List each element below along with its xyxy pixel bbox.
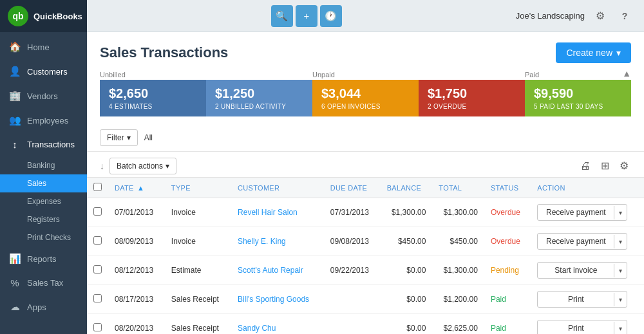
sidebar-item-apps[interactable]: ☁ Apps: [0, 295, 87, 319]
sidebar-item-customers-label: Customers: [27, 67, 68, 77]
print-icon: 🖨: [580, 160, 591, 171]
sidebar-item-customers[interactable]: 👤 Customers: [0, 59, 87, 84]
filter-bar: Filter ▾ All: [87, 124, 644, 152]
row-checkbox-1[interactable]: [87, 227, 108, 256]
row-select-2[interactable]: [93, 265, 102, 274]
row-balance-3: $0.00: [381, 285, 433, 314]
summary-card-paid[interactable]: $9,590 5 PAID LAST 30 DAYS: [525, 80, 631, 116]
row-action-2: Start invoice ▾: [531, 256, 644, 285]
settings-button[interactable]: ⚙: [591, 7, 609, 25]
row-action-arrow-0[interactable]: ▾: [614, 206, 627, 219]
row-balance-2: $0.00: [381, 256, 433, 285]
table-body: 07/01/2013 Invoice Revell Hair Salon 07/…: [87, 198, 644, 335]
row-select-0[interactable]: [93, 207, 102, 216]
home-icon: 🏠: [9, 41, 21, 53]
row-select-3[interactable]: [93, 294, 102, 302]
sidebar-sub-sales[interactable]: Sales: [0, 174, 87, 192]
row-action-dropdown-4: Print ▾: [537, 320, 627, 334]
row-action-arrow-2[interactable]: ▾: [614, 264, 627, 277]
sidebar-sub-print-checks[interactable]: Print Checks: [0, 228, 87, 246]
sidebar-header: qb QuickBooks: [0, 0, 87, 32]
row-action-arrow-1[interactable]: ▾: [614, 235, 627, 248]
batch-arrow-icon: ▾: [166, 162, 169, 171]
row-checkbox-2[interactable]: [87, 256, 108, 285]
row-action-arrow-4[interactable]: ▾: [614, 322, 627, 335]
table-row: 08/20/2013 Sales Receipt Sandy Chu $0.00…: [87, 314, 644, 335]
row-balance-4: $0.00: [381, 314, 433, 335]
summary-card-open-invoices[interactable]: $3,044 6 OPEN INVOICES: [312, 80, 419, 116]
sidebar-item-employees[interactable]: 👥 Employees: [0, 108, 87, 133]
table-settings-button[interactable]: ⚙: [617, 157, 631, 174]
sidebar-sub-expenses[interactable]: Expenses: [0, 192, 87, 210]
row-customer-2[interactable]: Scott's Auto Repair: [231, 256, 324, 285]
estimates-amount: $2,650: [109, 86, 197, 101]
row-select-4[interactable]: [93, 323, 102, 331]
date-sort-arrow: ▲: [137, 184, 144, 192]
row-action-btn-2[interactable]: Start invoice: [538, 263, 614, 278]
sidebar-item-sales-tax-label: Sales Tax: [27, 278, 63, 288]
row-action-dropdown-1: Receive payment ▾: [537, 233, 627, 250]
sidebar-sub-banking[interactable]: Banking: [0, 156, 87, 174]
transactions-icon: ↕: [9, 139, 21, 150]
add-button[interactable]: +: [296, 5, 317, 27]
row-customer-1[interactable]: Shelly E. King: [231, 227, 324, 256]
help-button[interactable]: ?: [616, 7, 634, 25]
vendors-icon: 🏢: [9, 90, 21, 102]
sidebar-item-reports-label: Reports: [27, 254, 57, 264]
row-status-4: Paid: [484, 314, 531, 335]
row-action-btn-4[interactable]: Print: [538, 320, 614, 334]
summary-card-overdue[interactable]: $1,750 2 OVERDUE: [419, 80, 525, 116]
row-action-arrow-3[interactable]: ▾: [614, 293, 627, 306]
table-head: DATE ▲ TYPE CUSTOMER DUE DATE BALANCE: [87, 178, 644, 198]
row-action-dropdown-3: Print ▾: [537, 291, 627, 308]
company-name: Joe's Landscaping: [516, 11, 585, 21]
summary-card-unbilled-activity[interactable]: $1,250 2 UNBILLED ACTIVITY: [206, 80, 312, 116]
row-select-1[interactable]: [93, 236, 102, 245]
print-table-button[interactable]: 🖨: [578, 157, 593, 174]
header-status: STATUS: [484, 178, 531, 198]
batch-actions-button[interactable]: Batch actions ▾: [109, 158, 176, 174]
brand-name: QuickBooks: [33, 12, 82, 21]
row-checkbox-4[interactable]: [87, 314, 108, 335]
header-date[interactable]: DATE ▲: [108, 178, 165, 198]
create-new-button[interactable]: Create new ▾: [556, 42, 631, 63]
sidebar-item-reports[interactable]: 📊 Reports: [0, 246, 87, 271]
export-icon: ⊞: [601, 160, 609, 171]
row-customer-3[interactable]: Bill's Sporting Goods: [231, 285, 324, 314]
row-customer-0[interactable]: Revell Hair Salon: [231, 198, 324, 227]
clock-button[interactable]: 🕐: [320, 5, 342, 27]
sidebar-item-transactions[interactable]: ↕ Transactions: [0, 133, 87, 156]
row-action-4: Print ▾: [531, 314, 644, 335]
sidebar-item-vendors[interactable]: 🏢 Vendors: [0, 84, 87, 108]
row-action-btn-0[interactable]: Receive payment: [538, 205, 614, 220]
summary-labels: Unbilled Unpaid Paid ▲: [100, 71, 631, 79]
row-total-0: $1,300.00: [432, 198, 484, 227]
sidebar-sub-registers[interactable]: Registers: [0, 210, 87, 228]
summary-card-estimates[interactable]: $2,650 4 ESTIMATES: [100, 80, 206, 116]
row-customer-4[interactable]: Sandy Chu: [231, 314, 324, 335]
row-type-3: Sales Receipt: [165, 285, 231, 314]
sidebar-item-sales-tax[interactable]: % Sales Tax: [0, 271, 87, 295]
search-button[interactable]: 🔍: [271, 5, 293, 27]
row-action-btn-1[interactable]: Receive payment: [538, 234, 614, 249]
row-due-date-3: [324, 285, 381, 314]
apps-icon: ☁: [9, 301, 21, 313]
row-checkbox-3[interactable]: [87, 285, 108, 314]
summary-bar: $2,650 4 ESTIMATES $1,250 2 UNBILLED ACT…: [100, 80, 631, 116]
clock-icon: 🕐: [325, 10, 337, 22]
row-status-0: Overdue: [484, 198, 531, 227]
action-bar-left: ↓ Batch actions ▾: [100, 158, 176, 174]
row-balance-1: $450.00: [381, 227, 433, 256]
row-checkbox-0[interactable]: [87, 198, 108, 227]
collapse-summary-button[interactable]: ▲: [622, 68, 631, 79]
row-action-dropdown-2: Start invoice ▾: [537, 262, 627, 279]
sidebar-item-vendors-label: Vendors: [27, 91, 58, 101]
header-checkbox[interactable]: [87, 178, 108, 198]
filter-button[interactable]: Filter ▾: [100, 129, 138, 146]
reports-icon: 📊: [9, 253, 21, 264]
export-button[interactable]: ⊞: [598, 157, 612, 174]
unbilled-activity-sub: 2 UNBILLED ACTIVITY: [215, 103, 303, 110]
select-all-checkbox[interactable]: [93, 183, 102, 191]
sidebar-item-home[interactable]: 🏠 Home: [0, 35, 87, 59]
row-action-btn-3[interactable]: Print: [538, 292, 614, 307]
